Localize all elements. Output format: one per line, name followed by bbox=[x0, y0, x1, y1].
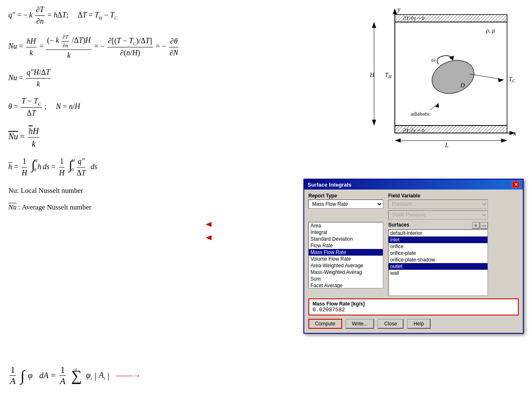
report-type-row: Report Type Mass Flow Rate Field Variabl… bbox=[308, 193, 519, 219]
surfaces-list[interactable]: default-interior inlet orifice orifice-p… bbox=[388, 229, 488, 296]
surface-default-interior[interactable]: default-interior bbox=[389, 230, 488, 236]
surface-wall[interactable]: wall bbox=[389, 270, 488, 276]
dialog-buttons: Compute Write... Close Help bbox=[308, 319, 519, 329]
close-button[interactable]: ✕ bbox=[512, 181, 520, 188]
list-item-area[interactable]: Area bbox=[309, 222, 383, 229]
svg-text:x: x bbox=[513, 130, 516, 137]
svg-marker-1 bbox=[393, 8, 397, 14]
list-item-stddev[interactable]: Standard Deviation bbox=[309, 236, 383, 242]
surface-orifice[interactable]: orifice bbox=[389, 243, 488, 250]
list-item-volumeflowrate[interactable]: Volume Flow Rate bbox=[309, 256, 383, 262]
svg-marker-31 bbox=[498, 78, 504, 82]
svg-text:TC: TC bbox=[509, 76, 515, 83]
svg-marker-15 bbox=[372, 22, 376, 28]
eq6: h = 1 H ∫ 0 H h ds = 1 H ∫ 0 H q″ ΔT ds bbox=[8, 156, 266, 179]
svg-marker-24 bbox=[501, 138, 507, 143]
nu-avg-label: Nu : Average Nusselt number bbox=[8, 202, 266, 213]
list-surfaces-row: Area Integral Standard Deviation Flow Ra… bbox=[308, 222, 519, 296]
svg-text:H: H bbox=[369, 71, 375, 78]
eq3: Nu = q″H/ΔT k bbox=[8, 67, 266, 90]
result-value: 0.02037582 bbox=[313, 307, 515, 313]
report-type-select[interactable]: Mass Flow Rate bbox=[308, 200, 383, 209]
list-item-massweighted[interactable]: Mass-Weighted Averag bbox=[309, 269, 383, 276]
surface-inlet[interactable]: inlet bbox=[389, 236, 488, 243]
list-item-integral[interactable]: Integral bbox=[309, 229, 383, 236]
close-dialog-button[interactable]: Close bbox=[377, 319, 404, 329]
dialog-titlebar: Surface Integrals ✕ bbox=[304, 180, 523, 190]
flow-diagram: y x TH H ∂T/∂y = 0 ρ, μ bbox=[362, 4, 520, 154]
report-type-col: Report Type Mass Flow Rate bbox=[308, 193, 383, 219]
result-box: Mass Flow Rate [kg/s] 0.02037582 bbox=[308, 298, 519, 315]
surface-orifice-plate[interactable]: orifice-plate bbox=[389, 250, 488, 256]
svg-text:TH: TH bbox=[385, 71, 392, 79]
list-item-sum[interactable]: Sum bbox=[309, 276, 383, 282]
field-variable-col: Field Variable Pressure... Static Pressu… bbox=[388, 193, 488, 219]
report-type-list[interactable]: Area Integral Standard Deviation Flow Ra… bbox=[308, 222, 383, 288]
eq1: q″ = − k ∂T ∂n = hΔT; ΔT = TH − TC bbox=[8, 4, 266, 27]
write-button[interactable]: Write... bbox=[345, 319, 374, 329]
svg-text:D: D bbox=[460, 82, 465, 89]
eq5: Nu = hH k bbox=[8, 125, 266, 150]
svg-text:ρ, μ: ρ, μ bbox=[486, 27, 495, 34]
svg-text:∂T/∂y = 0: ∂T/∂y = 0 bbox=[403, 15, 424, 21]
svg-text:∂T/∂y = 0: ∂T/∂y = 0 bbox=[403, 127, 424, 133]
field-variable-select[interactable]: Pressure... bbox=[388, 200, 488, 209]
eq4: θ = T − TC ΔT ; N = n/H bbox=[8, 96, 266, 119]
result-label: Mass Flow Rate [kg/s] bbox=[313, 301, 515, 307]
help-button[interactable]: Help bbox=[407, 319, 431, 329]
surface-integrals-dialog: Surface Integrals ✕ Report Type Mass Flo… bbox=[303, 179, 524, 334]
surfaces-col: Surfaces ≡ — default-interior inlet orif… bbox=[388, 222, 488, 296]
svg-marker-35 bbox=[206, 222, 212, 227]
report-type-label: Report Type bbox=[308, 193, 383, 199]
surfaces-label: Surfaces bbox=[388, 222, 409, 228]
surface-orifice-plate-shadow[interactable]: orifice-plate-shadow bbox=[389, 256, 488, 263]
dialog-body: Report Type Mass Flow Rate Field Variabl… bbox=[304, 190, 523, 333]
svg-text:ω: ω bbox=[431, 57, 436, 63]
field-variable-sub-select[interactable]: Static Pressure bbox=[388, 210, 488, 219]
eq2: Nu = hH k = (− k ∂T ∂n /ΔT)H k = − ∂[(T … bbox=[8, 33, 266, 61]
svg-marker-23 bbox=[395, 138, 401, 143]
surface-outlet[interactable]: outlet bbox=[389, 263, 488, 270]
list-item-massflowrate[interactable]: Mass Flow Rate bbox=[309, 249, 383, 256]
svg-marker-16 bbox=[372, 120, 376, 126]
surfaces-icon-group: ≡ — bbox=[472, 222, 488, 229]
dialog-title: Surface Integrals bbox=[308, 182, 352, 188]
surfaces-icon-eq[interactable]: ≡ bbox=[472, 222, 480, 229]
bottom-formula: 1 A ∫ φ dA = 1 A ∑ i=1 n φi | Ai | ——→ bbox=[8, 365, 141, 387]
field-variable-label: Field Variable bbox=[388, 193, 488, 199]
list-item-facetavg[interactable]: Facet Average bbox=[309, 282, 383, 288]
list-item-areaweighted[interactable]: Area-Weighted Average bbox=[309, 262, 383, 269]
compute-button[interactable]: Compute bbox=[308, 319, 342, 329]
surfaces-icon-bar[interactable]: — bbox=[480, 222, 488, 229]
nu-local-label: Nu: Local Nusselt number bbox=[8, 185, 266, 196]
svg-marker-36 bbox=[206, 235, 212, 240]
svg-text:L: L bbox=[445, 142, 448, 148]
equations-panel: q″ = − k ∂T ∂n = hΔT; ΔT = TH − TC Nu = … bbox=[8, 4, 266, 218]
list-item-flowrate[interactable]: Flow Rate bbox=[309, 242, 383, 249]
svg-text:adiabatic: adiabatic bbox=[411, 111, 430, 117]
svg-text:y: y bbox=[397, 6, 401, 13]
surfaces-header: Surfaces ≡ — bbox=[388, 222, 488, 229]
